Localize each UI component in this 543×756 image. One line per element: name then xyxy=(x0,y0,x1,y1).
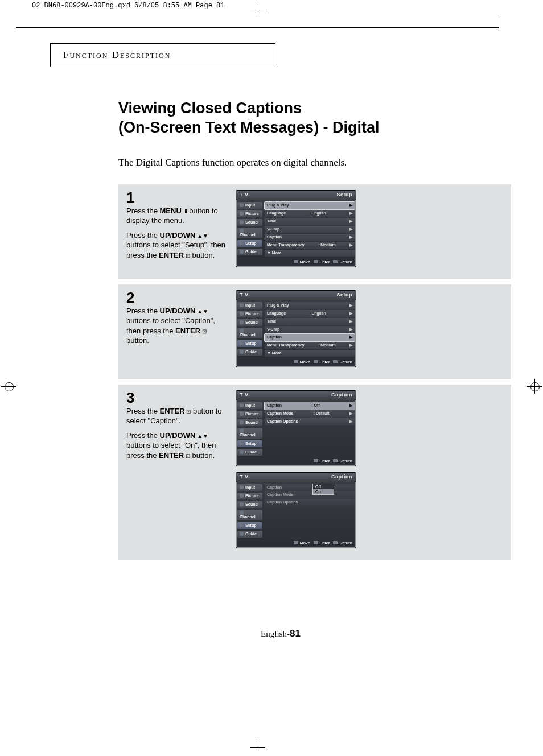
osd-row[interactable]: Caption: Off▶ xyxy=(265,402,355,410)
step-screenshot: T V Setup Input Picture Sound Channel Se… xyxy=(236,190,500,273)
registration-mark xyxy=(1,379,16,394)
osd-nav-item[interactable]: Setup xyxy=(237,522,262,529)
step-text: 2 Press the UP/DOWN ▲▼ buttons to select… xyxy=(126,290,228,350)
osd-nav-item[interactable]: Sound xyxy=(237,501,262,508)
osd-row[interactable]: Caption Mode: Default▶ xyxy=(265,410,355,418)
osd-row[interactable]: Caption Mode xyxy=(265,491,355,498)
hint-enter: Enter xyxy=(314,541,330,545)
osd-nav-item[interactable]: Input xyxy=(237,484,262,491)
osd-option-selected[interactable]: On xyxy=(313,489,334,494)
osd-nav-item[interactable]: Channel xyxy=(237,428,262,439)
step-number: 1 xyxy=(126,190,228,205)
osd-row[interactable]: Language: English▶ xyxy=(265,310,355,317)
registration-mark xyxy=(250,740,265,749)
enter-icon: ⊡ xyxy=(184,453,190,459)
updown-icon: ▲▼ xyxy=(195,233,208,239)
osd-nav-item[interactable]: Input xyxy=(237,302,262,309)
osd-row[interactable]: Time▶ xyxy=(265,218,355,225)
hint-return: Return xyxy=(333,360,352,364)
osd-row[interactable]: Time▶ xyxy=(265,318,355,325)
menu-icon: Ⅲ xyxy=(182,208,187,214)
osd-nav-item[interactable]: Guide xyxy=(237,349,262,356)
print-slug: 02 BN68-00929A-00Eng.qxd 6/8/05 8:55 AM … xyxy=(0,0,543,15)
osd-row-more[interactable]: ▼ More xyxy=(265,350,355,357)
osd-nav-item[interactable]: Picture xyxy=(237,411,262,418)
osd-footer: Move Enter Return xyxy=(236,358,356,365)
osd-nav-item[interactable]: Input xyxy=(237,202,262,209)
osd-row[interactable]: Menu Transparency: Medium▶ xyxy=(265,342,355,349)
enter-icon: ⊡ xyxy=(200,328,207,334)
hint-move: Move xyxy=(294,360,310,364)
enter-icon: ⊡ xyxy=(184,253,190,259)
osd-nav-item[interactable]: Guide xyxy=(237,531,262,538)
osd-list: Plug & Play▶ Language: English▶ Time▶ V-… xyxy=(264,200,356,258)
osd-option-popup[interactable]: Off On xyxy=(312,484,334,495)
osd-setup-menu: T V Setup Input Picture Sound Channel Se… xyxy=(236,190,356,267)
osd-row[interactable]: Caption Options▶ xyxy=(265,418,355,425)
osd-nav: Input Picture Sound Channel Setup Guide xyxy=(236,482,264,539)
step-screenshot: T V Caption Input Picture Sound Channel … xyxy=(236,390,500,554)
osd-setup-menu: T V Setup Input Picture Sound Channel Se… xyxy=(236,290,356,367)
osd-nav-item[interactable]: Picture xyxy=(237,311,262,317)
osd-footer: Enter Return xyxy=(236,457,356,464)
osd-nav-item[interactable]: Channel xyxy=(237,510,262,520)
osd-nav-item[interactable]: Channel xyxy=(237,228,262,238)
updown-icon: ▲▼ xyxy=(195,433,208,439)
hint-move: Move xyxy=(294,541,310,545)
osd-nav-item[interactable]: Sound xyxy=(237,419,262,426)
step-number: 3 xyxy=(126,390,228,405)
osd-row[interactable]: Caption xyxy=(265,484,355,491)
osd-row[interactable]: V-Chip▶ xyxy=(265,226,355,233)
step-number: 2 xyxy=(126,290,228,305)
osd-row[interactable]: Language: English▶ xyxy=(265,210,355,217)
osd-row-more[interactable]: ▼ More xyxy=(265,250,355,257)
hint-enter: Enter xyxy=(314,360,330,364)
osd-nav: Input Picture Sound Channel Setup Guide xyxy=(236,400,264,457)
osd-nav-item[interactable]: Guide xyxy=(237,249,262,255)
osd-nav-item[interactable]: Setup xyxy=(237,240,262,247)
osd-option[interactable]: Off xyxy=(313,484,334,489)
page-title: Viewing Closed Captions (On-Screen Text … xyxy=(118,99,511,138)
osd-brand: T V xyxy=(240,392,249,398)
osd-brand: T V xyxy=(240,292,249,298)
osd-row[interactable]: Plug & Play▶ xyxy=(265,202,355,209)
osd-row[interactable]: Plug & Play▶ xyxy=(265,302,355,309)
osd-list: Caption Caption Mode Caption Options Off… xyxy=(264,482,356,539)
osd-nav: Input Picture Sound Channel Setup Guide xyxy=(236,200,264,258)
hint-move: Move xyxy=(294,260,310,264)
osd-nav-item[interactable]: Input xyxy=(237,402,262,409)
osd-title: Setup xyxy=(336,292,352,298)
osd-row[interactable]: Caption▶ xyxy=(265,334,355,341)
page-body: Function Description Viewing Closed Capt… xyxy=(0,15,543,749)
steps: 1 Press the MENU Ⅲ button to display the… xyxy=(118,184,511,560)
trim-mark xyxy=(16,27,499,28)
trim-mark xyxy=(499,15,499,28)
osd-row[interactable]: V-Chip▶ xyxy=(265,326,355,333)
osd-row[interactable]: Caption▶ xyxy=(265,234,355,241)
print-slug-text: 02 BN68-00929A-00Eng.qxd 6/8/05 8:55 AM … xyxy=(32,2,224,10)
intro-text: The Digital Captions function operates o… xyxy=(118,157,511,168)
step-1: 1 Press the MENU Ⅲ button to display the… xyxy=(118,184,511,279)
osd-caption-menu-popup: T V Caption Input Picture Sound Channel … xyxy=(236,472,356,548)
osd-nav-item[interactable]: Picture xyxy=(237,493,262,499)
updown-icon: ▲▼ xyxy=(195,308,208,315)
osd-brand: T V xyxy=(240,474,249,480)
osd-nav-item[interactable]: Setup xyxy=(237,440,262,447)
hint-enter: Enter xyxy=(314,260,330,264)
page-footer: English-81 xyxy=(50,628,511,639)
osd-row[interactable]: Caption Options xyxy=(265,499,355,506)
osd-row[interactable]: Menu Transparency: Medium▶ xyxy=(265,242,355,249)
step-screenshot: T V Setup Input Picture Sound Channel Se… xyxy=(236,290,500,373)
enter-icon: ⊡ xyxy=(185,408,191,415)
section-head: Function Description xyxy=(50,43,275,67)
osd-nav-item[interactable]: Guide xyxy=(237,449,262,456)
hint-enter: Enter xyxy=(314,459,330,463)
osd-nav-item[interactable]: Picture xyxy=(237,210,262,217)
section-head-text: Function Description xyxy=(63,49,171,60)
osd-nav-item[interactable]: Sound xyxy=(237,219,262,226)
osd-title: Caption xyxy=(331,392,352,398)
osd-nav-item[interactable]: Sound xyxy=(237,319,262,326)
osd-nav-item[interactable]: Channel xyxy=(237,328,262,338)
hint-return: Return xyxy=(333,260,352,264)
osd-nav-item[interactable]: Setup xyxy=(237,340,262,347)
